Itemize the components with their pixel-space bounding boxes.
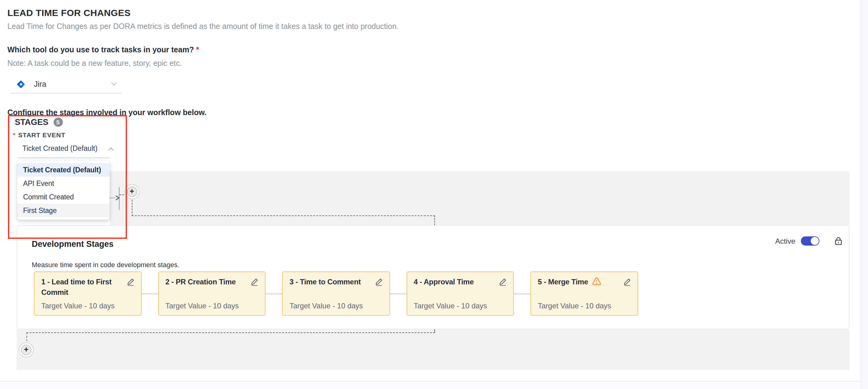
chevron-up-icon bbox=[107, 147, 114, 152]
start-event-dropdown-menu: Ticket Created (Default) API Event Commi… bbox=[17, 161, 110, 220]
workflow-canvas-top-row bbox=[110, 171, 849, 225]
right-gutter bbox=[861, 0, 868, 389]
dropdown-option-commit-created[interactable]: Commit Created bbox=[17, 190, 110, 204]
stage-card-target: Target Value - 10 days bbox=[538, 301, 611, 310]
stage-card-target: Target Value - 10 days bbox=[165, 301, 239, 310]
lead-time-config-page: LEAD TIME FOR CHANGES Lead Time for Chan… bbox=[0, 0, 868, 389]
required-asterisk: * bbox=[13, 131, 16, 138]
tool-question: Which tool do you use to track tasks in … bbox=[7, 45, 199, 54]
required-asterisk: * bbox=[196, 45, 199, 54]
workflow-canvas-bottom-row bbox=[17, 329, 849, 370]
arrow-right-icon bbox=[114, 195, 120, 200]
tool-select-value: Jira bbox=[34, 80, 46, 88]
dropdown-option-ticket-created[interactable]: Ticket Created (Default) bbox=[17, 163, 110, 177]
group-title: Development Stages bbox=[32, 239, 114, 249]
chevron-down-icon bbox=[111, 82, 117, 86]
connector-bottom-vertical-left bbox=[26, 332, 27, 345]
card-connector bbox=[390, 293, 406, 294]
dropdown-option-first-stage[interactable]: First Stage bbox=[17, 204, 110, 217]
card-connector bbox=[266, 293, 282, 294]
stage-card-2[interactable]: 2 - PR Creation Time Target Value - 10 d… bbox=[158, 271, 266, 316]
configure-instruction: Configure the stages involved in your wo… bbox=[7, 108, 206, 117]
stage-card-target: Target Value - 10 days bbox=[414, 301, 487, 310]
connector-top-vertical-1 bbox=[131, 197, 132, 216]
connector-port-to-plus bbox=[119, 195, 127, 195]
stage-card-title: 4 - Approval Time bbox=[414, 277, 494, 287]
stage-card-title: 3 - Time to Comment bbox=[289, 277, 370, 287]
dropdown-option-api-event[interactable]: API Event bbox=[17, 177, 110, 190]
stage-card-1[interactable]: 1 - Lead time to First Commit Target Val… bbox=[34, 271, 142, 316]
tool-note: Note: A task could be a new feature, sto… bbox=[7, 59, 182, 68]
edit-pencil-icon[interactable] bbox=[498, 278, 507, 286]
add-stage-button-bottom[interactable]: + bbox=[21, 345, 31, 355]
toggle-knob bbox=[811, 237, 819, 245]
stages-heading: STAGES 5 bbox=[15, 118, 63, 127]
start-event-select-value: Ticket Created (Default) bbox=[23, 144, 97, 152]
stages-heading-text: STAGES bbox=[15, 118, 49, 127]
edit-pencil-icon[interactable] bbox=[126, 278, 134, 286]
card-connector bbox=[514, 293, 530, 294]
stage-card-5[interactable]: 5 - Merge Time Target Value - 10 days bbox=[530, 271, 638, 316]
group-controls: Active bbox=[775, 236, 843, 246]
active-label: Active bbox=[775, 237, 795, 245]
connector-top-vertical-2 bbox=[434, 216, 435, 225]
start-event-label: *START EVENT bbox=[13, 131, 65, 138]
footer-strip bbox=[0, 381, 868, 389]
lock-icon[interactable] bbox=[834, 236, 843, 246]
card-connector bbox=[142, 293, 158, 294]
page-subtitle: Lead Time for Changes as per DORA metric… bbox=[7, 22, 399, 31]
edit-pencil-icon[interactable] bbox=[374, 278, 383, 286]
tool-question-text: Which tool do you use to track tasks in … bbox=[7, 45, 194, 54]
stage-card-target: Target Value - 10 days bbox=[41, 301, 115, 310]
group-description: Measure time spent in code development s… bbox=[32, 261, 179, 268]
page-title: LEAD TIME FOR CHANGES bbox=[7, 7, 131, 18]
stage-card-4[interactable]: 4 - Approval Time Target Value - 10 days bbox=[406, 271, 514, 316]
start-event-label-text: START EVENT bbox=[18, 131, 65, 138]
stage-card-title: 2 - PR Creation Time bbox=[165, 277, 246, 287]
active-toggle[interactable] bbox=[801, 236, 819, 246]
jira-icon bbox=[16, 79, 26, 89]
connector-top-horizontal bbox=[131, 216, 435, 216]
add-stage-button-top[interactable]: + bbox=[127, 186, 137, 197]
stage-card-3[interactable]: 3 - Time to Comment Target Value - 10 da… bbox=[282, 271, 390, 316]
app-viewport: LEAD TIME FOR CHANGES Lead Time for Chan… bbox=[0, 0, 868, 389]
stage-card-title: 5 - Merge Time bbox=[538, 277, 618, 287]
warning-icon bbox=[592, 277, 601, 286]
edit-pencil-icon[interactable] bbox=[622, 278, 631, 286]
edit-pencil-icon[interactable] bbox=[250, 278, 259, 286]
stage-card-title: 1 - Lead time to First Commit bbox=[41, 277, 121, 298]
start-event-select[interactable]: Ticket Created (Default) bbox=[17, 142, 110, 158]
stages-count-badge: 5 bbox=[53, 118, 63, 127]
tool-select[interactable]: Jira bbox=[10, 75, 122, 94]
connector-bottom-horizontal bbox=[26, 332, 435, 333]
stage-card-target: Target Value - 10 days bbox=[289, 301, 363, 310]
